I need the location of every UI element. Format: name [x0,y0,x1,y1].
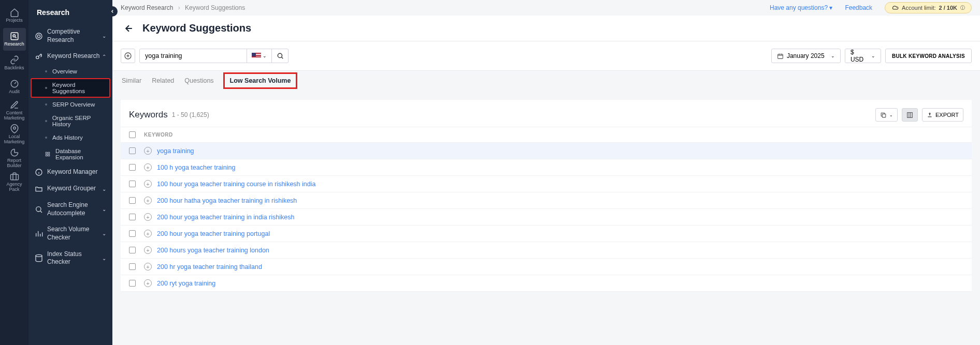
currency-select[interactable]: $ USD ⌄ [845,49,881,63]
back-button[interactable] [121,20,137,37]
row-checkbox[interactable] [129,181,136,187]
card-header: Keywords 1 - 50 (1,625) ⌄ EXPORT [121,100,972,127]
nav-content[interactable]: Content Marketing [3,99,26,122]
svg-point-14 [36,254,42,257]
plus-circle-icon [124,52,132,60]
expand-button[interactable]: + [144,180,152,188]
account-limit-badge[interactable]: Account limit: 2 / 10K ⓘ [885,2,972,13]
columns-button[interactable] [902,108,918,122]
svg-rect-9 [48,152,50,154]
expand-button[interactable]: + [144,230,152,237]
icon-nav: Projects Research Backlinks Audit Conten… [0,0,28,345]
chevron-down-icon: ⌄ [102,231,106,236]
svg-rect-20 [928,116,931,117]
country-select[interactable]: ⌄ [247,49,272,63]
gauge-icon [10,79,19,88]
nav-backlinks[interactable]: Backlinks [3,52,26,74]
expand-button[interactable]: + [144,213,152,221]
sidebar-sub-suggestions[interactable]: Keyword Suggestions [31,78,110,98]
svg-point-5 [36,33,42,39]
bulk-analysis-button[interactable]: BULK KEYWORD ANALYSIS [885,49,972,63]
table-row: +200 hour yoga teacher training portugal [121,226,972,242]
svg-point-13 [36,206,41,211]
add-keyword-button[interactable] [121,49,135,63]
sidebar-sub-overview[interactable]: Overview [28,65,112,78]
expand-button[interactable]: + [144,147,152,155]
keyword-link[interactable]: 100 h yoga teacher training [157,164,236,171]
nav-label: Backlinks [4,66,24,71]
chevron-down-icon: ⌄ [102,186,106,192]
breadcrumb-root[interactable]: Keyword Research [121,4,173,11]
keyword-link[interactable]: yoga training [157,147,194,155]
sidebar-sub-ads-history[interactable]: Ads History [28,131,112,144]
sidebar-volume-checker[interactable]: Search Volume Checker ⌄ [28,221,112,246]
sidebar-item-label: Keyword Research [47,52,102,61]
sidebar-item-label: Index Status Checker [47,250,102,266]
row-checkbox[interactable] [129,230,136,237]
export-button[interactable]: EXPORT [922,108,963,122]
expand-button[interactable]: + [144,163,152,171]
card-actions: ⌄ EXPORT [875,108,963,122]
row-checkbox[interactable] [129,247,136,253]
row-checkbox[interactable] [129,280,136,287]
nav-research[interactable]: Research [3,28,26,51]
sidebar-competitive-research[interactable]: Competitive Research ⌄ [28,24,112,48]
keyword-link[interactable]: 200 hour yoga teacher training portugal [157,230,270,237]
copy-button[interactable]: ⌄ [875,108,898,122]
row-checkbox[interactable] [129,164,136,171]
sidebar-keyword-grouper[interactable]: Keyword Grouper ⌄ [28,181,112,197]
sidebar-title: Research [28,8,112,24]
chart-icon [10,148,19,157]
sidebar-sub-organic-history[interactable]: Organic SERP History [28,111,112,131]
select-all-checkbox[interactable] [129,131,136,138]
expand-button[interactable]: + [144,279,152,287]
sidebar-index-status[interactable]: Index Status Checker ⌄ [28,246,112,271]
sidebar-autocomplete[interactable]: Search Engine Autocomplete ⌄ [28,197,112,221]
nav-projects[interactable]: Projects [3,4,26,27]
keyword-link[interactable]: 200 hour yoga teacher training in india … [157,214,294,221]
chevron-down-icon: ⌄ [831,53,835,58]
row-checkbox[interactable] [129,197,136,204]
tab-similar[interactable]: Similar [121,75,142,86]
nav-report[interactable]: Report Builder [3,147,26,170]
tab-questions[interactable]: Questions [183,75,214,86]
search-button[interactable] [272,49,289,63]
keyword-link[interactable]: 200 ryt yoga training [157,280,215,287]
chevron-left-icon [110,9,115,14]
tab-related[interactable]: Related [151,75,175,86]
upload-icon [927,112,933,118]
column-keyword[interactable]: KEYWORD [144,132,173,138]
feedback-link[interactable]: Feedback [845,4,872,11]
sidebar-keyword-research[interactable]: Keyword Research ⌃ [28,48,112,65]
sidebar-keyword-manager[interactable]: Keyword Manager [28,164,112,181]
keyword-link[interactable]: 100 hour yoga teacher training course in… [157,181,315,188]
keyword-link[interactable]: 200 hours yoga teacher training london [157,247,269,254]
nav-audit[interactable]: Audit [3,76,26,98]
table-row: +200 hour yoga teacher training in india… [121,209,972,226]
sidebar-sub-db-expansion[interactable]: Database Expansion [28,144,112,164]
search-icon [35,205,43,214]
expand-button[interactable]: + [144,246,152,254]
row-checkbox[interactable] [129,263,136,270]
keyword-link[interactable]: 200 hr yoga teacher training thailand [157,263,262,271]
nav-agency[interactable]: Agency Pack [3,171,26,193]
date-select[interactable]: January 2025 ⌄ [771,49,841,63]
dot-icon [45,137,47,139]
questions-link[interactable]: Have any questions? ▾ [770,4,832,11]
expand-button[interactable]: + [144,263,152,271]
keyword-link[interactable]: 200 hour hatha yoga teacher training in … [157,197,297,204]
row-checkbox[interactable] [129,147,136,154]
sidebar-sub-serp-overview[interactable]: SERP Overview [28,98,112,111]
keyword-input[interactable] [139,49,247,63]
tab-low-search-volume[interactable]: Low Search Volume [223,72,298,89]
svg-rect-18 [882,114,886,117]
nav-local[interactable]: Local Marketing [3,123,26,146]
svg-rect-4 [10,174,18,180]
row-checkbox[interactable] [129,214,136,220]
table-row: +200 hours yoga teacher training london [121,242,972,259]
expand-button[interactable]: + [144,197,152,204]
card-title: Keywords [129,110,168,120]
keywords-card: Keywords 1 - 50 (1,625) ⌄ EXPORT KEYWORD [121,100,972,292]
collapse-sidebar-button[interactable] [107,6,118,17]
topbar: Keyword Research › Keyword Suggestions H… [112,0,980,16]
